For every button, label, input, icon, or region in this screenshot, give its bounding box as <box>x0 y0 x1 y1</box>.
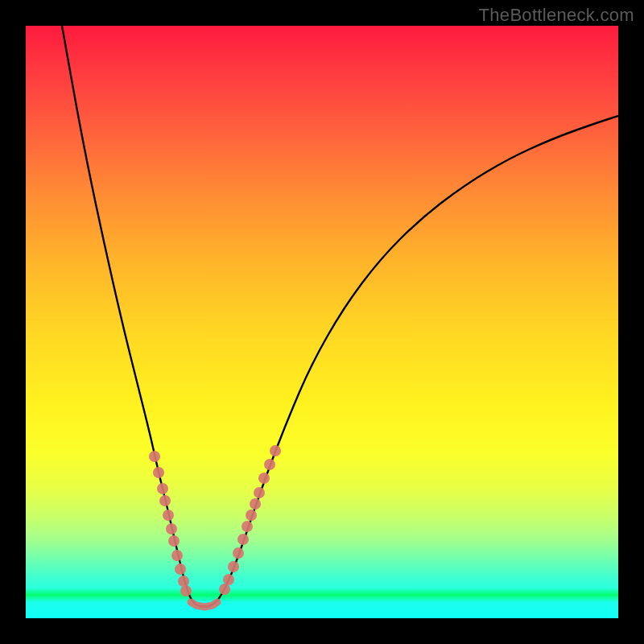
data-point-dot <box>153 467 164 478</box>
data-point-dot <box>242 521 253 532</box>
data-point-dot <box>246 510 257 521</box>
data-point-dot <box>223 574 234 585</box>
data-point-dot <box>250 498 261 510</box>
data-point-dot <box>159 495 171 506</box>
data-point-dot <box>270 445 281 456</box>
bottom-cluster <box>191 602 217 607</box>
data-point-dot <box>237 534 249 545</box>
data-point-dot <box>264 459 275 470</box>
plot-gradient-background <box>26 26 618 618</box>
bottleneck-curve <box>62 26 618 607</box>
data-point-dot <box>178 576 189 587</box>
data-point-dot <box>180 585 192 597</box>
data-point-dot <box>175 564 186 575</box>
data-point-dot <box>219 584 230 595</box>
data-point-dot <box>168 535 180 547</box>
chart-svg <box>26 26 618 618</box>
data-point-dot <box>254 487 265 498</box>
dots-right-group <box>219 445 281 595</box>
data-point-dot <box>149 451 160 462</box>
data-point-dot <box>228 561 239 572</box>
dots-left-group <box>149 451 192 597</box>
data-point-dot <box>171 550 183 561</box>
data-point-dot <box>163 510 174 521</box>
data-point-dot <box>157 483 168 494</box>
watermark-text: TheBottleneck.com <box>479 5 634 26</box>
data-point-dot <box>233 547 244 559</box>
data-point-dot <box>258 473 270 484</box>
data-point-dot <box>166 523 177 535</box>
